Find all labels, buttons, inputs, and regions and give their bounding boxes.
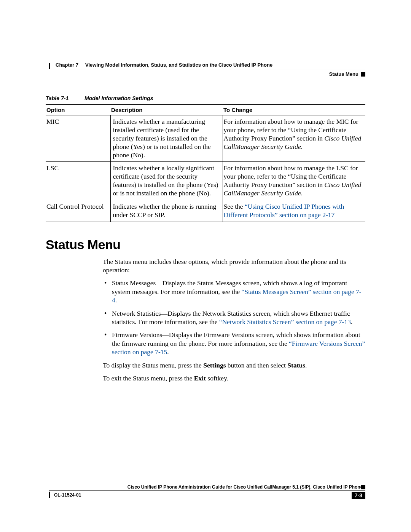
page-number: 7-3 bbox=[352, 492, 365, 499]
text: . bbox=[305, 361, 307, 369]
settings-bold: Settings bbox=[203, 361, 226, 369]
footer-rule: OL-11524-01 7-3 bbox=[49, 490, 365, 498]
chapter-label: Chapter 7 Viewing Model Information, Sta… bbox=[56, 62, 272, 68]
intro-paragraph: The Status menu includes these options, … bbox=[103, 257, 365, 275]
table-row: Call Control Protocol Indicates whether … bbox=[46, 200, 365, 222]
row-option: LSC bbox=[46, 162, 110, 200]
list-post: . bbox=[351, 318, 352, 326]
text: button and then select bbox=[226, 361, 287, 369]
col-description: Description bbox=[110, 105, 223, 115]
row-description: Indicates whether a manufacturing instal… bbox=[110, 115, 223, 162]
exit-instruction: To exit the Status menu, press the Exit … bbox=[103, 374, 365, 382]
row-option: MIC bbox=[46, 115, 110, 162]
page: Chapter 7 Viewing Model Information, Sta… bbox=[0, 0, 411, 532]
section-body: The Status menu includes these options, … bbox=[103, 257, 365, 383]
col-option: Option bbox=[46, 105, 110, 115]
header-bar-icon bbox=[49, 63, 50, 69]
table-row: MIC Indicates whether a manufacturing in… bbox=[46, 115, 365, 162]
row-change: For information about how to manage the … bbox=[223, 115, 365, 162]
text: softkey. bbox=[206, 374, 228, 382]
table-header-row: Option Description To Change bbox=[46, 105, 365, 115]
row-change-text: See the bbox=[224, 203, 245, 210]
footer-doc-id: OL-11524-01 bbox=[54, 492, 81, 498]
table-number: Table 7-1 bbox=[46, 95, 68, 101]
chapter-title: Viewing Model Information, Status, and S… bbox=[85, 62, 272, 68]
running-header: Chapter 7 Viewing Model Information, Sta… bbox=[49, 62, 365, 68]
list-item: Status Messages—Displays the Status Mess… bbox=[103, 279, 365, 304]
row-description: Indicates whether a locally significant … bbox=[110, 162, 223, 200]
section-heading: Status Menu bbox=[46, 237, 365, 252]
table-row: LSC Indicates whether a locally signific… bbox=[46, 162, 365, 200]
list-post: . bbox=[167, 348, 169, 356]
text: To exit the Status menu, press the bbox=[103, 374, 194, 382]
row-change: For information about how to manage the … bbox=[223, 162, 365, 200]
footer-marker-icon bbox=[361, 485, 365, 489]
table-caption: Table 7-1 Model Information Settings bbox=[46, 95, 365, 101]
list-item: Firmware Versions—Displays the Firmware … bbox=[103, 331, 365, 356]
text: To display the Status menu, press the bbox=[103, 361, 203, 369]
network-statistics-link[interactable]: “Network Statistics Screen” section on p… bbox=[219, 318, 351, 326]
status-bold: Status bbox=[287, 361, 305, 369]
header-section-title: Status Menu bbox=[329, 71, 358, 77]
model-info-table: Option Description To Change MIC Indicat… bbox=[46, 104, 365, 222]
row-change: See the “Using Cisco Unified IP Phones w… bbox=[223, 200, 365, 222]
list-item: Network Statistics—Displays the Network … bbox=[103, 309, 365, 326]
row-description: Indicates whether the phone is running u… bbox=[110, 200, 223, 222]
footer-bar-icon bbox=[49, 492, 50, 498]
display-instruction: To display the Status menu, press the Se… bbox=[103, 361, 365, 369]
exit-bold: Exit bbox=[194, 374, 206, 382]
header-rule bbox=[49, 70, 365, 70]
row-change-post: . bbox=[301, 189, 303, 197]
row-option: Call Control Protocol bbox=[46, 200, 110, 222]
running-footer: Cisco Unified IP Phone Administration Gu… bbox=[49, 484, 365, 498]
chapter-number: Chapter 7 bbox=[56, 62, 78, 68]
table-title: Model Information Settings bbox=[84, 95, 153, 101]
col-to-change: To Change bbox=[223, 105, 365, 115]
footer-guide-title: Cisco Unified IP Phone Administration Gu… bbox=[49, 484, 365, 490]
list-post: . bbox=[115, 296, 117, 304]
options-list: Status Messages—Displays the Status Mess… bbox=[103, 279, 365, 356]
row-change-post: . bbox=[301, 143, 303, 150]
header-marker-icon bbox=[361, 72, 365, 77]
